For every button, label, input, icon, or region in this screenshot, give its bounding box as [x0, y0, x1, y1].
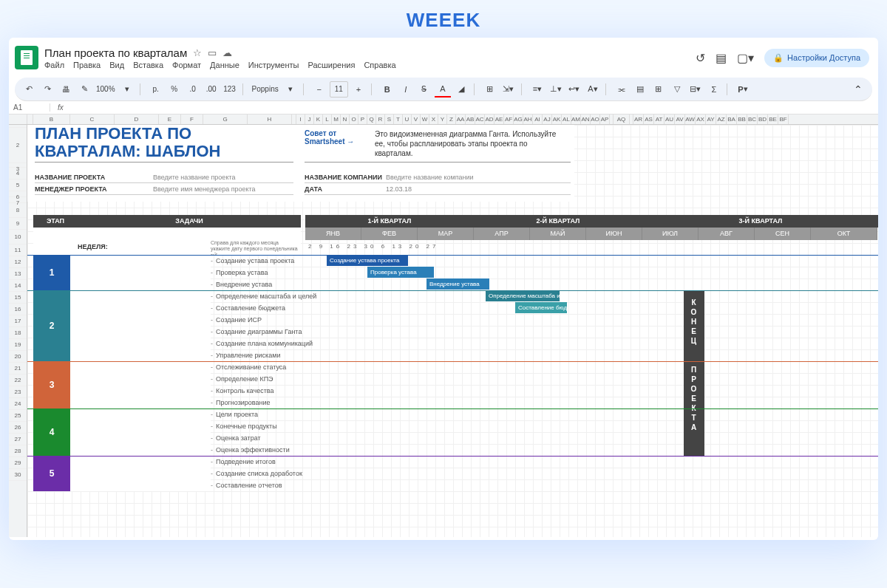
comment-icon[interactable]: ▤	[632, 81, 648, 98]
task-s1-1[interactable]: -Проверка устава	[211, 269, 268, 276]
link-icon[interactable]: ⫘	[614, 81, 630, 98]
row-17[interactable]: 17	[9, 315, 27, 327]
menu-extensions[interactable]: Расширения	[307, 61, 355, 69]
dec-dec-icon[interactable]: .0	[185, 81, 201, 98]
fill-color-icon[interactable]: ◢	[453, 81, 469, 98]
task-s5-1[interactable]: -Создание списка доработок	[211, 470, 302, 477]
date-value[interactable]: 12.03.18	[386, 185, 412, 193]
task-s3-0[interactable]: -Отслеживание статуса	[211, 363, 286, 371]
comments-icon[interactable]: ▤	[716, 51, 727, 65]
meet-icon[interactable]: ▢▾	[737, 51, 754, 65]
bar-4[interactable]: Составление бюд	[515, 302, 567, 313]
row-30[interactable]: 30	[9, 469, 27, 481]
task-s1-0[interactable]: -Создание устава проекта	[211, 257, 294, 264]
task-s4-2[interactable]: -Оценка затрат	[211, 434, 261, 442]
task-s2-0[interactable]: -Определение масштаба и целей	[211, 293, 316, 300]
col-b[interactable]: B	[33, 114, 70, 124]
print-icon[interactable]: 🖶	[58, 81, 74, 98]
paint-icon[interactable]: ✎	[76, 81, 92, 98]
row-21[interactable]: 21	[9, 363, 27, 375]
spreadsheet[interactable]: B C D E F G H I J K L M N O P Q R S T U	[9, 114, 878, 537]
row-25[interactable]: 25	[9, 410, 27, 422]
task-s1-2[interactable]: -Внедрение устава	[211, 281, 272, 288]
task-s2-2[interactable]: -Создание ИСР	[211, 316, 262, 324]
font-select[interactable]: Poppins	[251, 81, 280, 98]
bar-3[interactable]: Определение масштаба и ц	[486, 290, 560, 301]
row-18[interactable]: 18	[9, 327, 27, 339]
task-s2-3[interactable]: -Создание диаграммы Ганта	[211, 328, 302, 335]
row-24[interactable]: 24	[9, 398, 27, 410]
col-h[interactable]: H	[248, 114, 292, 124]
cell-reference[interactable]: A1	[9, 103, 50, 112]
task-s2-4[interactable]: -Создание плана коммуникаций	[211, 340, 313, 347]
row-29[interactable]: 29	[9, 457, 27, 469]
row-19[interactable]: 19	[9, 339, 27, 351]
percent-icon[interactable]: %	[166, 81, 183, 98]
menu-format[interactable]: Формат	[172, 61, 201, 69]
task-s3-2[interactable]: -Контроль качества	[211, 387, 274, 394]
row-4[interactable]: 4	[9, 168, 27, 180]
valign-icon[interactable]: ⊥▾	[548, 81, 564, 98]
move-icon[interactable]: ▭	[208, 47, 217, 58]
row-22[interactable]: 22	[9, 375, 27, 386]
font-size[interactable]: 11	[330, 81, 348, 98]
menu-tools[interactable]: Инструменты	[248, 61, 299, 69]
company-value[interactable]: Введите название компании	[386, 174, 474, 181]
text-color-icon[interactable]: A	[435, 81, 451, 98]
bold-icon[interactable]: B	[379, 81, 395, 98]
font-inc-icon[interactable]: +	[350, 81, 367, 98]
task-s3-3[interactable]: -Прогнозирование	[211, 399, 271, 406]
col-d[interactable]: D	[115, 114, 159, 124]
col-f[interactable]: F	[181, 114, 203, 124]
format-123[interactable]: 123	[222, 81, 238, 98]
functions-icon[interactable]: Σ	[706, 81, 722, 98]
project-value[interactable]: Введите название проекта	[153, 174, 235, 181]
task-s2-1[interactable]: -Составление бюджета	[211, 304, 285, 312]
font-dec-icon[interactable]: −	[311, 81, 327, 98]
apps-script-icon[interactable]: Р▾	[735, 81, 751, 98]
bar-0[interactable]: Создание устава проекта	[327, 255, 408, 266]
task-s2-5[interactable]: -Управление рисками	[211, 352, 280, 359]
filter-views-icon[interactable]: ⊟▾	[687, 81, 704, 98]
currency-icon[interactable]: р.	[148, 81, 164, 98]
row-6[interactable]: 6	[9, 191, 27, 197]
task-s4-3[interactable]: -Оценка эффективности	[211, 446, 290, 454]
row-26[interactable]: 26	[9, 422, 27, 434]
row-16[interactable]: 16	[9, 304, 27, 315]
menu-insert[interactable]: Вставка	[133, 61, 163, 69]
row-23[interactable]: 23	[9, 386, 27, 398]
star-icon[interactable]: ☆	[193, 47, 202, 58]
task-s4-0[interactable]: -Цели проекта	[211, 411, 258, 418]
zoom-select[interactable]: 100%	[95, 81, 117, 98]
wrap-icon[interactable]: ↩▾	[566, 81, 582, 98]
undo-icon[interactable]: ↶	[21, 81, 37, 98]
task-s4-1[interactable]: -Конечные продукты	[211, 423, 277, 430]
task-s5-0[interactable]: -Подведение итогов	[211, 458, 276, 465]
row-27[interactable]: 27	[9, 434, 27, 445]
collapse-icon[interactable]: ⌃	[850, 81, 866, 98]
doc-title[interactable]: План проекта по кварталам	[44, 47, 187, 59]
row-8[interactable]: 8	[9, 203, 27, 218]
row-9[interactable]: 9	[9, 218, 27, 230]
row-2[interactable]: 2	[9, 128, 27, 163]
filter-icon[interactable]: ▽	[669, 81, 685, 98]
share-button[interactable]: 🔒 Настройки Доступа	[764, 49, 869, 67]
task-s5-2[interactable]: -Составление отчетов	[211, 482, 282, 489]
row-11[interactable]: 11	[9, 245, 27, 256]
row-12[interactable]: 12	[9, 256, 27, 268]
menu-data[interactable]: Данные	[210, 61, 239, 69]
row-20[interactable]: 20	[9, 351, 27, 363]
bar-1[interactable]: Проверка устава	[367, 267, 434, 278]
row-28[interactable]: 28	[9, 445, 27, 457]
row-7[interactable]: 7	[9, 197, 27, 203]
rotate-icon[interactable]: A▾	[585, 81, 601, 98]
task-s3-1[interactable]: -Определение КПЭ	[211, 375, 273, 383]
row-10[interactable]: 10	[9, 230, 27, 245]
manager-value[interactable]: Введите имя менеджера проекта	[153, 185, 256, 193]
row-15[interactable]: 15	[9, 292, 27, 304]
menu-help[interactable]: Справка	[364, 61, 395, 69]
row-14[interactable]: 14	[9, 280, 27, 292]
cloud-icon[interactable]: ☁	[222, 47, 232, 58]
col-e[interactable]: E	[159, 114, 181, 124]
halign-icon[interactable]: ≡▾	[529, 81, 546, 98]
